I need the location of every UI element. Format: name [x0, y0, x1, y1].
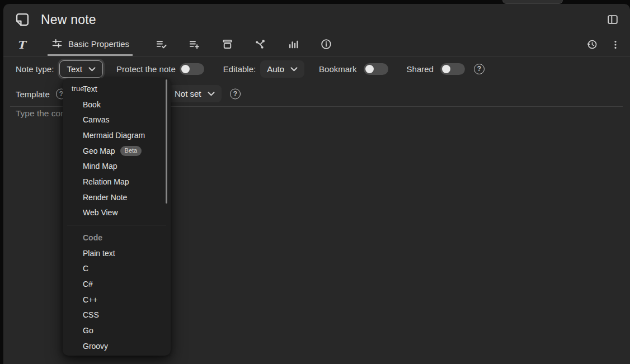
kebab-menu-icon: [610, 39, 621, 50]
chevron-down-icon: [208, 91, 215, 97]
chevron-down-icon: [290, 66, 298, 72]
note-type-dropdown-menu: true Text ✓ Book ✓ Canvas ✓ Mermaid Diag…: [63, 78, 171, 356]
note-type-value: Text: [67, 64, 82, 74]
list-check-icon: [155, 38, 168, 51]
tab-basic-properties-label: Basic Properties: [68, 39, 129, 49]
serif-t-icon: T: [17, 39, 25, 51]
editable-select[interactable]: Auto: [260, 60, 304, 78]
note-type-option[interactable]: ✓ Canvas: [63, 112, 171, 127]
split-pane-icon: [607, 13, 619, 26]
code-type-option-label: CSS: [83, 310, 99, 319]
editable-value: Auto: [267, 64, 284, 74]
code-type-option-label: Groovy: [83, 342, 108, 351]
app-window: New note T: [0, 0, 630, 364]
code-section-header: Code: [63, 230, 171, 245]
shared-toggle[interactable]: [440, 63, 465, 75]
note-type-label: Note type:: [16, 64, 54, 74]
sliders-icon: [51, 37, 63, 50]
chevron-down-icon: [88, 66, 96, 72]
dropdown-scrollbar-thumb[interactable]: [166, 79, 167, 204]
editable-label: Editable:: [223, 64, 256, 74]
more-options-button[interactable]: [604, 33, 627, 56]
code-type-option-label: C#: [83, 280, 93, 289]
note-type-option-label: Canvas: [83, 115, 109, 124]
basic-properties-row: Note type: Text Protect the note Editabl…: [3, 56, 630, 81]
code-type-option-label: C++: [83, 295, 97, 304]
ribbon-tab-bar: T Basic Properties: [3, 33, 630, 56]
template-value: Not set: [175, 89, 201, 98]
code-type-option[interactable]: C: [63, 261, 171, 277]
toggle-knob: [442, 65, 450, 73]
toggle-knob: [365, 65, 374, 73]
note-type-option-label: Web View: [83, 208, 118, 217]
code-type-option[interactable]: Groovy: [63, 338, 171, 354]
code-type-option[interactable]: C++: [63, 292, 171, 308]
code-type-option-label: C: [83, 264, 88, 273]
note-title-row: New note: [3, 4, 630, 33]
code-type-option-label: Go: [83, 326, 93, 335]
archive-icon: [221, 38, 234, 51]
tab-note-info[interactable]: [310, 33, 343, 56]
tab-note-map[interactable]: [277, 33, 310, 56]
tab-owned-attributes[interactable]: [145, 33, 178, 56]
note-detail-panel: New note T: [3, 4, 630, 364]
code-type-option[interactable]: CSS: [63, 308, 171, 323]
note-type-option-label: Text: [83, 84, 97, 93]
note-type-option[interactable]: ✓ Mermaid Diagram: [63, 127, 171, 143]
tab-inherited-attributes[interactable]: [178, 33, 211, 56]
network-chart-icon: [254, 38, 267, 51]
template-help-icon[interactable]: ?: [230, 88, 241, 99]
note-type-option-label: Render Note: [83, 193, 127, 202]
list-plus-icon: [188, 38, 201, 51]
code-type-option[interactable]: Plain text: [63, 245, 171, 261]
note-type-option-label: Mind Map: [83, 162, 117, 171]
note-type-option[interactable]: true Text: [63, 81, 171, 97]
code-type-list: Plain text C C# C++ CSS Go Groovy: [63, 245, 171, 354]
note-type-option[interactable]: ✓ Web View: [63, 205, 171, 221]
note-type-option-label: Book: [83, 100, 101, 109]
bookmark-toggle[interactable]: [364, 63, 388, 75]
tab-note-paths[interactable]: [244, 33, 277, 56]
note-type-select[interactable]: Text: [59, 60, 103, 78]
note-type-option[interactable]: ✓ Geo Map Beta: [63, 143, 171, 159]
beta-badge: Beta: [120, 146, 142, 156]
code-type-option[interactable]: C#: [63, 276, 171, 292]
toggle-knob: [181, 65, 190, 73]
tab-basic-properties[interactable]: Basic Properties: [48, 33, 133, 56]
ribbon-right-group: [580, 33, 628, 56]
shared-help-icon[interactable]: ?: [474, 64, 485, 74]
bookmark-label: Bookmark: [319, 64, 357, 74]
template-select[interactable]: Not set: [168, 85, 222, 102]
note-title[interactable]: New note: [41, 12, 96, 27]
split-pane-button[interactable]: [603, 10, 622, 29]
history-clock-icon: [586, 39, 598, 50]
note-icon: [13, 11, 31, 29]
check-icon: true: [72, 84, 84, 93]
note-type-option-label: Mermaid Diagram: [83, 131, 145, 140]
code-type-option-label: Plain text: [83, 249, 115, 258]
note-type-option[interactable]: ✓ Mind Map: [63, 158, 171, 174]
template-label: Template: [16, 89, 50, 98]
info-circle-icon: [320, 38, 333, 51]
note-type-option-label: Geo Map: [83, 146, 115, 155]
note-type-option[interactable]: ✓ Relation Map: [63, 174, 171, 190]
window-tab-handle: [502, 0, 563, 4]
note-type-option-label: Relation Map: [83, 177, 129, 186]
tab-formatting[interactable]: T: [11, 33, 31, 56]
menu-divider: [67, 225, 166, 225]
note-type-list: true Text ✓ Book ✓ Canvas ✓ Mermaid Diag…: [63, 78, 171, 220]
code-type-option[interactable]: Go: [63, 323, 171, 338]
note-type-option[interactable]: ✓ Render Note: [63, 190, 171, 205]
note-type-option[interactable]: ✓ Book: [63, 97, 171, 112]
bar-chart-icon: [287, 38, 300, 51]
shared-label: Shared: [407, 64, 434, 74]
revisions-history-button[interactable]: [580, 33, 604, 56]
tab-collections[interactable]: [211, 33, 244, 56]
protect-note-toggle[interactable]: [180, 63, 204, 75]
protect-note-label: Protect the note: [116, 64, 176, 74]
